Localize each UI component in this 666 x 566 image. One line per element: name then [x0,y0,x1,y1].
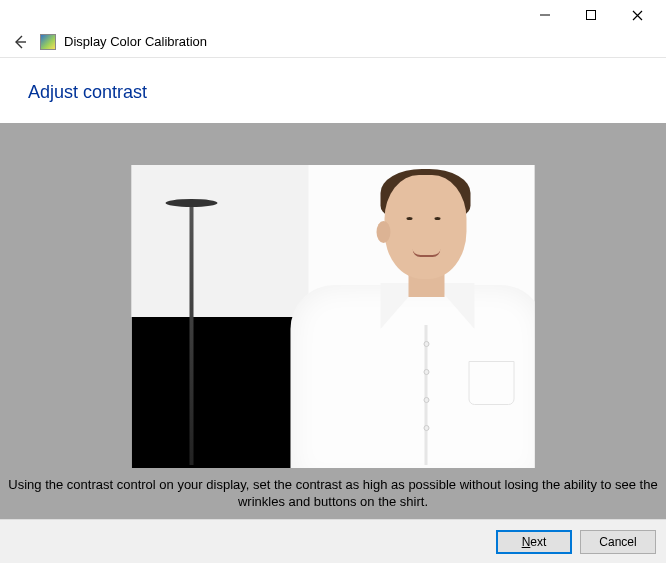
header-bar: Display Color Calibration [0,30,666,58]
maximize-button[interactable] [568,3,614,27]
minimize-button[interactable] [522,3,568,27]
close-button[interactable] [614,3,660,27]
cancel-button[interactable]: Cancel [580,530,656,554]
heading-area: Adjust contrast [0,58,666,123]
window-titlebar [0,0,666,30]
next-button[interactable]: Next [496,530,572,554]
back-button[interactable] [8,30,32,54]
app-title: Display Color Calibration [64,34,207,49]
content-area: Using the contrast control on your displ… [0,123,666,519]
page-heading: Adjust contrast [28,82,666,103]
contrast-sample-image [132,165,535,468]
app-icon [40,34,56,50]
button-bar: Next Cancel [0,519,666,563]
svg-rect-0 [587,11,596,20]
instruction-text: Using the contrast control on your displ… [0,476,666,511]
